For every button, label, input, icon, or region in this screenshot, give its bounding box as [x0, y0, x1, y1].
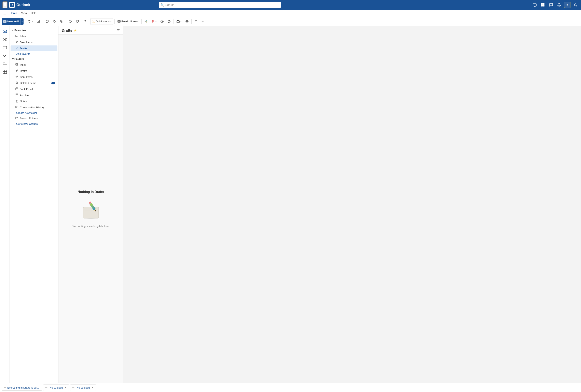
immersive-reader-button[interactable] [184, 18, 190, 25]
new-mail-button[interactable]: New mail [2, 18, 20, 25]
deleted-badge: 1 [51, 82, 55, 84]
svg-point-13 [54, 21, 54, 21]
delete-button[interactable]: ▾ [26, 18, 34, 25]
grid-action-btn[interactable] [540, 2, 546, 8]
account-action-btn[interactable] [572, 2, 578, 8]
menu-home[interactable]: Home [8, 10, 19, 16]
svg-rect-45 [83, 207, 99, 218]
hamburger-btn[interactable]: ☰ [2, 10, 8, 16]
rules-button[interactable] [58, 18, 64, 25]
empty-state-title: Nothing in Drafts [78, 190, 104, 194]
folder-conversation-icon [16, 106, 18, 109]
search-input[interactable] [159, 2, 281, 8]
svg-rect-12 [37, 20, 40, 21]
nav-onedrive-btn[interactable] [1, 60, 8, 67]
screen-share-action-btn[interactable] [532, 2, 538, 8]
tab-2-close-btn[interactable]: ✕ [91, 386, 94, 390]
folder-notes-icon [16, 100, 18, 103]
create-folder-link[interactable]: Create new folder [10, 110, 58, 115]
tab-0-pencil-icon: ✏ [4, 386, 6, 389]
sidebar-item-inbox[interactable]: Inbox [10, 62, 58, 68]
menu-help[interactable]: Help [29, 10, 38, 16]
sidebar-item-deleted[interactable]: Deleted Items 1 [10, 80, 58, 86]
svg-rect-7 [541, 5, 543, 6]
bottom-tab-1[interactable]: ✏ (No subject) ✕ [43, 384, 69, 391]
follow-up-button[interactable] [159, 18, 165, 25]
folder-deleted-label: Deleted Items [20, 82, 50, 84]
favorites-section-header[interactable]: ▾ Favorites [10, 28, 58, 33]
undo2-button[interactable] [74, 18, 80, 25]
search-icon: 🔍 [160, 3, 164, 6]
sidebar-item-sent[interactable]: Sent Items [10, 74, 58, 80]
main-area: ▾ Favorites Inbox Sent Items Drafts Add … [0, 26, 581, 383]
toolbar-sep-3 [66, 19, 66, 24]
favorites-collapse-icon: ▾ [12, 29, 14, 32]
undo-curved-button[interactable] [193, 18, 199, 25]
draft-illustration [79, 197, 103, 221]
nav-people-btn[interactable] [1, 36, 8, 43]
app-name: Outlook [16, 3, 30, 7]
sidebar-item-fav-inbox[interactable]: Inbox [10, 33, 58, 39]
more-dots-icon: ··· [202, 20, 204, 23]
policy-button[interactable] [44, 18, 50, 25]
delete-chevron-icon: ▾ [32, 20, 33, 22]
tab-1-close-btn[interactable]: ✕ [64, 386, 67, 390]
tag-button[interactable] [51, 18, 58, 25]
filter-icon[interactable] [117, 28, 120, 33]
nav-teams-btn[interactable] [1, 44, 8, 51]
bottom-tab-2[interactable]: ✏ (No subject) ✕ [70, 384, 96, 391]
tab-2-pencil-icon: ✏ [72, 386, 74, 389]
redo-button[interactable] [82, 18, 88, 25]
folder-drafts-icon [16, 69, 18, 73]
svg-rect-8 [543, 5, 544, 6]
search-bar: 🔍 [159, 2, 281, 8]
flag-button[interactable]: ▾ [150, 18, 158, 25]
archive-delete-button[interactable] [35, 18, 42, 25]
nav-mail-btn[interactable] [1, 28, 8, 35]
chat-action-btn[interactable] [548, 2, 554, 8]
sidebar-item-archive[interactable]: Archive [10, 92, 58, 98]
fav-sent-label: Sent Items [20, 41, 55, 44]
categories-button[interactable] [143, 18, 149, 25]
toolbar: New mail ▾ ▾ Quick steps ▾ [0, 17, 581, 26]
tab-1-pencil-icon: ✏ [45, 386, 48, 389]
read-unread-button[interactable]: Read / Unread [116, 18, 140, 25]
sidebar-item-fav-drafts[interactable]: Drafts [10, 46, 58, 51]
new-mail-dropdown-btn[interactable]: ▾ [20, 18, 24, 25]
folders-section-header[interactable]: ▾ Folders [10, 56, 58, 62]
bell-action-btn[interactable] [556, 2, 562, 8]
quick-steps-button[interactable]: Quick steps ▾ [90, 18, 113, 25]
waffle-icon[interactable]: ⠿ [2, 2, 8, 8]
svg-rect-11 [4, 20, 6, 22]
sidebar-item-drafts[interactable]: Drafts [10, 68, 58, 74]
svg-rect-40 [16, 106, 18, 108]
folder-sent-icon [16, 75, 18, 79]
snooze-button[interactable] [166, 18, 172, 25]
nav-tasks-btn[interactable] [1, 52, 8, 59]
add-favorite-link[interactable]: Add favorite [10, 52, 58, 56]
sidebar-item-notes[interactable]: Notes [10, 98, 58, 104]
nav-apps-btn[interactable] [1, 68, 8, 76]
email-list-header: Drafts ★ [58, 26, 123, 34]
sidebar-item-conversation-history[interactable]: Conversation History [10, 104, 58, 110]
drafts-star-icon[interactable]: ★ [74, 28, 77, 32]
fav-drafts-label: Drafts [20, 47, 55, 50]
inbox-icon [16, 34, 18, 38]
sidebar-item-search-folders[interactable]: Search Folders [10, 116, 58, 121]
settings-action-btn[interactable] [564, 2, 570, 8]
sidebar-item-fav-sent[interactable]: Sent Items [10, 39, 58, 45]
menu-view[interactable]: View [19, 10, 29, 16]
folder-inbox-icon [16, 63, 18, 66]
folder-drafts-label: Drafts [20, 70, 55, 72]
toolbar-sep-8 [191, 19, 192, 24]
more-button[interactable]: ··· [200, 18, 205, 25]
go-to-groups-link[interactable]: Go to new Groups [10, 122, 58, 126]
svg-point-24 [4, 38, 5, 40]
move-button[interactable]: ▾ [175, 18, 183, 25]
bottom-tab-0[interactable]: ✏ Everything in Drafts is sele... [2, 385, 42, 390]
titlebar: ⠿ O Outlook 🔍 [0, 0, 581, 10]
undo-button[interactable] [67, 18, 74, 25]
empty-state: Nothing in Drafts [58, 34, 123, 383]
sidebar-item-junk[interactable]: Junk Email [10, 86, 58, 92]
svg-point-9 [566, 4, 568, 5]
